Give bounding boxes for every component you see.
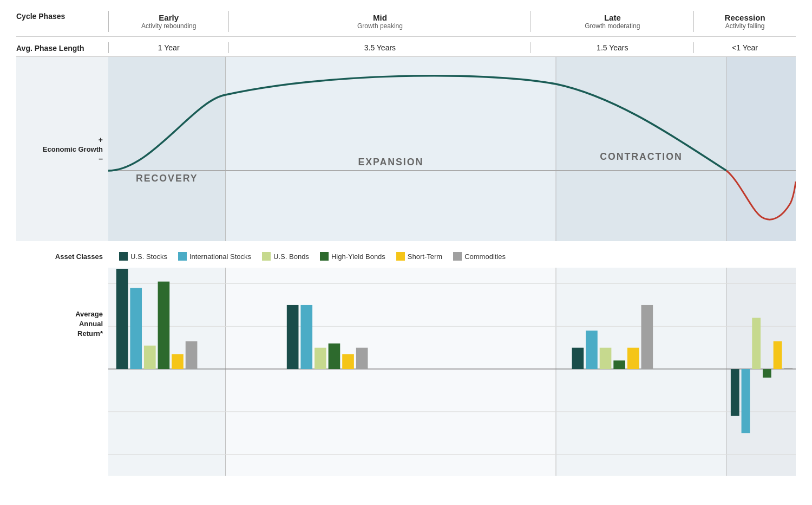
avg-mid: 3.5 Years [228,42,531,53]
phase-mid-subtitle: Growth peaking [357,22,403,30]
legend-intl-stocks: International Stocks [178,252,251,261]
expansion-label: EXPANSION [358,157,423,167]
early-comm-bar [186,341,198,369]
phase-early: Early Activity rebounding [108,11,228,32]
rec-st-bar [774,341,782,369]
hy-bonds-label: High-Yield Bonds [331,252,385,261]
econ-growth-text: Economic Growth [43,145,103,153]
economic-growth-label: + Economic Growth – [16,57,108,241]
phase-early-title: Early [159,13,179,22]
us-stocks-label: U.S. Stocks [130,252,167,261]
avg-late: 1.5 Years [531,42,693,53]
bar-late-bg [556,268,726,476]
late-intl-bar [586,331,598,369]
hy-bonds-swatch [320,252,329,261]
phase-recession: Recession Activity falling [693,11,796,32]
phase-late-subtitle: Growth moderating [585,22,640,30]
late-us-stocks-bar [572,348,584,369]
early-intl-bar [130,288,142,369]
legend-us-stocks: U.S. Stocks [119,252,167,261]
mid-bonds-bar [315,348,326,369]
early-bg [108,57,226,241]
legend-hy-bonds: High-Yield Bonds [320,252,385,261]
short-term-label: Short-Term [408,252,442,261]
mid-hy-bar [329,344,340,369]
early-bonds-bar [144,346,156,369]
avg-phase-length-row: Avg. Phase Length 1 Year 3.5 Years 1.5 Y… [16,39,796,57]
phase-mid: Mid Growth peaking [228,11,531,32]
intl-stocks-label: International Stocks [189,252,251,261]
legend-items: U.S. Stocks International Stocks U.S. Bo… [119,252,506,261]
us-bonds-swatch [262,252,271,261]
late-st-bar [627,348,639,369]
late-hy-bar [613,360,625,369]
us-bonds-label: U.S. Bonds [273,252,309,261]
recession-bg [726,57,796,241]
legend-row: Asset Classes U.S. Stocks International … [16,252,796,261]
growth-curve-svg-container: RECOVERY EXPANSION CONTRACTION [108,57,796,241]
growth-curve-svg: RECOVERY EXPANSION CONTRACTION [108,57,796,241]
phase-late-title: Late [604,13,621,22]
mid-bg [226,57,556,241]
late-bg [556,57,726,241]
mid-comm-bar [356,348,368,369]
avg-phase-length-label: Avg. Phase Length [16,43,108,53]
avg-recession: <1 Year [693,42,796,53]
plus-label: + [99,135,103,144]
intl-stocks-swatch [178,252,187,261]
asset-classes-label: Asset Classes [16,252,108,261]
economic-growth-chart: + Economic Growth – [16,57,796,241]
late-comm-bar [641,305,653,369]
bar-chart-section: AverageAnnualReturn* 20.0% 10.0% [16,266,796,472]
avg-early: 1 Year [108,42,228,53]
rec-comm-bar [784,368,793,369]
contraction-label: CONTRACTION [600,151,683,162]
phase-mid-title: Mid [373,13,387,22]
phase-recession-title: Recession [725,13,765,22]
late-bonds-bar [600,348,612,369]
phases-row: Early Activity rebounding Mid Growth pea… [108,11,796,32]
rec-bonds-bar [752,318,761,370]
cycle-phases-label: Cycle Phases [16,11,108,21]
early-hy-bar [158,282,170,369]
legend-us-bonds: U.S. Bonds [262,252,309,261]
mid-intl-bar [300,305,312,369]
recovery-label: RECOVERY [136,173,198,184]
phase-early-subtitle: Activity rebounding [141,22,196,30]
rec-us-stocks-bar [731,369,739,416]
rec-hy-bar [763,369,771,378]
early-us-stocks-bar [116,269,128,369]
commodities-swatch [453,252,462,261]
short-term-swatch [396,252,405,261]
rec-intl-bar [742,369,750,433]
phase-recession-subtitle: Activity falling [725,22,765,30]
bar-chart-container: 20.0% 10.0% 0.0% -10.0% -20.0% [108,266,796,472]
bar-chart-svg: 20.0% 10.0% 0.0% -10.0% -20.0% [108,266,796,477]
bar-mid-bg [226,268,556,476]
mid-st-bar [342,354,354,370]
avg-annual-return-label: AverageAnnualReturn* [16,266,108,339]
legend-commodities: Commodities [453,252,506,261]
early-st-bar [172,354,184,370]
cycle-phases-header: Cycle Phases Early Activity rebounding M… [16,11,796,37]
avg-phases: 1 Year 3.5 Years 1.5 Years <1 Year [108,42,796,53]
commodities-label: Commodities [464,252,506,261]
mid-us-stocks-bar [287,305,299,369]
minus-label: – [99,154,103,163]
legend-short-term: Short-Term [396,252,442,261]
us-stocks-swatch [119,252,128,261]
phase-late: Late Growth moderating [531,11,693,32]
